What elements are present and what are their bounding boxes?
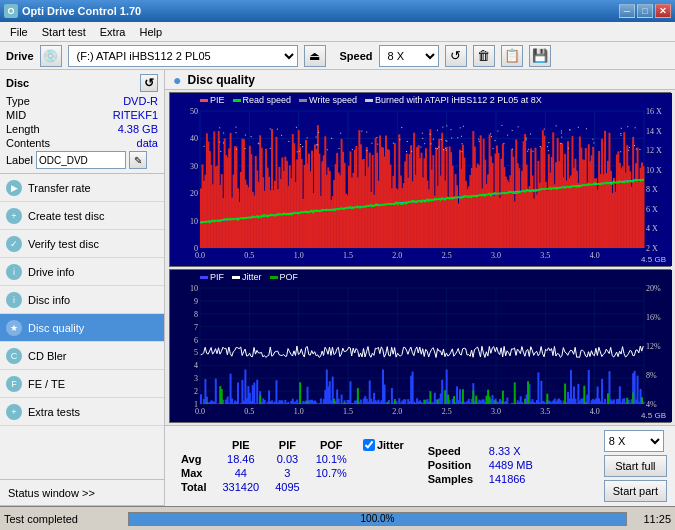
legend-jitter: Jitter bbox=[242, 272, 262, 282]
bottom-chart: PIF Jitter POF 4.5 GB bbox=[169, 269, 671, 423]
stats-max-pie: 44 bbox=[214, 466, 267, 480]
time-display: 11:25 bbox=[631, 513, 671, 525]
disc-label-label: Label bbox=[6, 154, 33, 166]
eject-button[interactable]: ⏏ bbox=[304, 45, 326, 67]
legend-pof: POF bbox=[280, 272, 299, 282]
stats-table: PIE PIF POF Jitter Avg 18.46 0.03 bbox=[173, 438, 412, 494]
stats-total-pie: 331420 bbox=[214, 480, 267, 494]
save-button[interactable]: 💾 bbox=[529, 45, 551, 67]
sidebar-item-label-drive-info: Drive info bbox=[28, 266, 74, 278]
stats-row-total-label: Total bbox=[173, 480, 214, 494]
sidebar-item-transfer-rate[interactable]: ▶ Transfer rate bbox=[0, 174, 164, 202]
sidebar-item-drive-info[interactable]: i Drive info bbox=[0, 258, 164, 286]
sidebar-item-label-verify-test-disc: Verify test disc bbox=[28, 238, 99, 250]
sidebar-item-label-disc-info: Disc info bbox=[28, 294, 70, 306]
speed-label-2: Speed bbox=[428, 445, 483, 457]
stats-total-pif: 4095 bbox=[267, 480, 307, 494]
disc-contents-value: data bbox=[137, 137, 158, 149]
disc-label-input[interactable] bbox=[36, 151, 126, 169]
menu-file[interactable]: File bbox=[4, 24, 34, 40]
stats-total-pof bbox=[308, 480, 355, 494]
stats-row-avg-label: Avg bbox=[173, 452, 214, 466]
menu-help[interactable]: Help bbox=[133, 24, 168, 40]
stats-avg-pie: 18.46 bbox=[214, 452, 267, 466]
stats-col-empty bbox=[173, 438, 214, 452]
stats-col-jitter: Jitter bbox=[355, 438, 412, 452]
stats-avg-pif: 0.03 bbox=[267, 452, 307, 466]
app-title: Opti Drive Control 1.70 bbox=[22, 5, 141, 17]
sidebar-item-extra-tests[interactable]: + Extra tests bbox=[0, 398, 164, 426]
disc-label-edit-button[interactable]: ✎ bbox=[129, 151, 147, 169]
disc-section: Disc ↺ Type DVD-R MID RITEKF1 Length 4.3… bbox=[0, 70, 164, 174]
start-part-button[interactable]: Start part bbox=[604, 480, 667, 502]
sidebar-item-label-create-test-disc: Create test disc bbox=[28, 210, 104, 222]
stats-col-pif: PIF bbox=[267, 438, 307, 452]
status-window-label: Status window >> bbox=[8, 487, 95, 499]
panel-header: ● Disc quality bbox=[165, 70, 675, 90]
drive-bar: Drive 💿 (F:) ATAPI iHBS112 2 PL05 ⏏ Spee… bbox=[0, 42, 675, 70]
stats-row-max-label: Max bbox=[173, 466, 214, 480]
disc-length-label: Length bbox=[6, 123, 40, 135]
jitter-checkbox[interactable] bbox=[363, 439, 375, 451]
top-chart-canvas bbox=[170, 93, 672, 266]
erase-button[interactable]: 🗑 bbox=[473, 45, 495, 67]
maximize-button[interactable]: □ bbox=[637, 4, 653, 18]
legend-pie: PIE bbox=[210, 95, 225, 105]
sidebar-item-verify-test-disc[interactable]: ✓ Verify test disc bbox=[0, 230, 164, 258]
bottom-chart-x-unit: 4.5 GB bbox=[641, 411, 666, 420]
disc-mid-label: MID bbox=[6, 109, 26, 121]
status-window-button[interactable]: Status window >> bbox=[0, 480, 164, 506]
stats-col-pof: POF bbox=[308, 438, 355, 452]
menu-extra[interactable]: Extra bbox=[94, 24, 132, 40]
stats-max-jitter bbox=[355, 466, 412, 480]
top-chart-legend: PIE Read speed Write speed Burned with A… bbox=[200, 95, 542, 105]
refresh-button[interactable]: ↺ bbox=[445, 45, 467, 67]
sidebar-item-label-extra-tests: Extra tests bbox=[28, 406, 80, 418]
sidebar-item-label-fe-te: FE / TE bbox=[28, 378, 65, 390]
top-chart-x-unit: 4.5 GB bbox=[641, 255, 666, 264]
disc-header-label: Disc bbox=[6, 77, 29, 89]
top-chart: PIE Read speed Write speed Burned with A… bbox=[169, 92, 671, 267]
create-test-disc-icon: + bbox=[6, 208, 22, 224]
stats-max-pof: 10.7% bbox=[308, 466, 355, 480]
disc-mid-value: RITEKF1 bbox=[113, 109, 158, 121]
extra-tests-icon: + bbox=[6, 404, 22, 420]
charts-area: PIE Read speed Write speed Burned with A… bbox=[165, 90, 675, 425]
stats-total-jitter bbox=[355, 480, 412, 494]
disc-type-value: DVD-R bbox=[123, 95, 158, 107]
drive-select[interactable]: (F:) ATAPI iHBS112 2 PL05 bbox=[68, 45, 298, 67]
sidebar-item-label-disc-quality: Disc quality bbox=[28, 322, 84, 334]
menu-start-test[interactable]: Start test bbox=[36, 24, 92, 40]
stats-area: PIE PIF POF Jitter Avg 18.46 0.03 bbox=[165, 425, 675, 506]
disc-refresh-button[interactable]: ↺ bbox=[140, 74, 158, 92]
close-button[interactable]: ✕ bbox=[655, 4, 671, 18]
copy-button[interactable]: 📋 bbox=[501, 45, 523, 67]
speed-value: 8.33 X bbox=[489, 445, 521, 457]
speed-stats: Speed 8.33 X Position 4489 MB Samples 14… bbox=[428, 445, 533, 487]
panel-title: Disc quality bbox=[187, 73, 254, 87]
disc-quality-icon: ★ bbox=[6, 320, 22, 336]
position-label: Position bbox=[428, 459, 483, 471]
legend-pif: PIF bbox=[210, 272, 224, 282]
sidebar-item-disc-quality[interactable]: ★ Disc quality bbox=[0, 314, 164, 342]
verify-test-disc-icon: ✓ bbox=[6, 236, 22, 252]
progress-bar: 100.0% bbox=[128, 512, 627, 526]
speed-label: Speed bbox=[340, 50, 373, 62]
panel-icon: ● bbox=[173, 72, 181, 88]
sidebar-item-cd-bler[interactable]: C CD Bler bbox=[0, 342, 164, 370]
sidebar-item-disc-info[interactable]: i Disc info bbox=[0, 286, 164, 314]
start-full-button[interactable]: Start full bbox=[604, 455, 667, 477]
position-value: 4489 MB bbox=[489, 459, 533, 471]
speed-select[interactable]: 8 X bbox=[379, 45, 439, 67]
speed-combo[interactable]: 8 X bbox=[604, 430, 664, 452]
app-icon: O bbox=[4, 4, 18, 18]
legend-read-speed: Read speed bbox=[243, 95, 292, 105]
sidebar-item-create-test-disc[interactable]: + Create test disc bbox=[0, 202, 164, 230]
drive-label: Drive bbox=[6, 50, 34, 62]
minimize-button[interactable]: ─ bbox=[619, 4, 635, 18]
sidebar: Disc ↺ Type DVD-R MID RITEKF1 Length 4.3… bbox=[0, 70, 165, 506]
legend-write-speed: Write speed bbox=[309, 95, 357, 105]
status-text: Test completed bbox=[4, 513, 124, 525]
drive-icon: 💿 bbox=[40, 45, 62, 67]
sidebar-item-fe-te[interactable]: F FE / TE bbox=[0, 370, 164, 398]
